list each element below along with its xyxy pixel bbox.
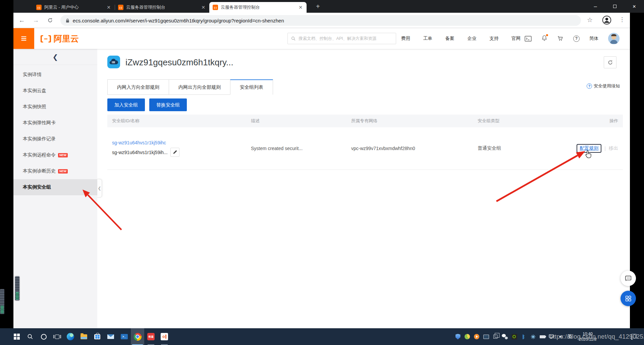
clipboard-stack-icon[interactable]	[492, 334, 498, 340]
language-selector[interactable]: 简体	[589, 36, 598, 42]
csdn-watermark: https://blog.csdn.net/qq_41290252	[549, 333, 644, 340]
question-icon: ?	[587, 83, 592, 89]
terminal-icon[interactable]	[525, 36, 532, 42]
topnav-menu: 费用 工单 备案 企业 支持 官网	[401, 28, 521, 49]
chrome-taskbar-icon[interactable]	[131, 328, 144, 345]
security-group-id-link[interactable]: sg-wz91u64hvs1r1kj59ihc	[112, 140, 251, 145]
browser-tab-3-active[interactable]: (-) 云服务器管理控制台 ✕	[209, 2, 307, 13]
brand-text: 阿里云	[54, 33, 79, 44]
forward-icon[interactable]: →	[30, 15, 42, 26]
browser-menu-icon[interactable]: ⋮	[619, 16, 625, 23]
tab-close-icon[interactable]: ✕	[201, 5, 206, 10]
edge-icon[interactable]	[64, 328, 77, 345]
feedback-chat-button[interactable]	[621, 271, 636, 286]
sidebar-item-operation-log[interactable]: 本实例操作记录	[13, 131, 97, 147]
join-security-group-button[interactable]: 加入安全组	[107, 98, 145, 111]
taskbar-apps: >_ 有道 o	[10, 328, 171, 345]
browser-profile-icon[interactable]	[602, 15, 611, 26]
menu-item-icp[interactable]: 备案	[445, 36, 454, 42]
close-button[interactable]: ✕	[625, 0, 644, 13]
actions-cell: 配置规则 | 移出	[573, 144, 623, 153]
maximize-button[interactable]	[605, 0, 625, 13]
antivirus-shield-icon[interactable]	[455, 334, 461, 340]
music-app-icon[interactable]	[464, 334, 470, 340]
edit-name-button[interactable]	[170, 148, 179, 157]
start-button-icon[interactable]	[10, 328, 23, 345]
bluetooth-icon[interactable]: ᛒ	[521, 334, 527, 340]
sidebar-collapse-icon[interactable]: ❮	[13, 49, 97, 65]
battery-icon[interactable]	[539, 334, 545, 340]
id-name-cell: sg-wz91u64hvs1r1kj59ihc sg-wz91u64hvs1r1…	[107, 140, 251, 157]
menu-item-support[interactable]: 支持	[489, 36, 498, 42]
mail-icon[interactable]	[104, 328, 117, 345]
hamburger-menu-icon[interactable]: ≡	[13, 28, 34, 49]
refresh-button[interactable]	[604, 56, 616, 68]
menu-item-fee[interactable]: 费用	[401, 36, 410, 42]
sidebar-item-security-groups[interactable]: 本实例安全组	[13, 179, 97, 195]
browser-tab-1[interactable]: (-) 阿里云 - 用户中心 ✕	[33, 2, 115, 13]
apps-grid-button[interactable]	[621, 291, 636, 306]
sidebar-resize-handle[interactable]: ❮	[97, 179, 102, 198]
bookmark-star-icon[interactable]: ☆	[587, 16, 593, 24]
search-icon	[291, 36, 296, 41]
replace-security-group-button[interactable]: 替换安全组	[149, 98, 187, 111]
url-bar[interactable]	[60, 15, 581, 26]
sidebar-item-snapshots[interactable]: 本实例快照	[13, 99, 97, 115]
tab-title: 云服务器管理控制台	[126, 4, 198, 10]
tab-close-icon[interactable]: ✕	[298, 5, 303, 10]
snowflake-utility-icon[interactable]	[530, 334, 536, 340]
url-input[interactable]	[73, 18, 576, 23]
cart-icon[interactable]	[557, 36, 564, 42]
minimize-button[interactable]: ─	[586, 0, 605, 13]
action-separator: |	[604, 146, 606, 151]
menu-item-ticket[interactable]: 工单	[423, 36, 432, 42]
action-buttons: 加入安全组 替换安全组	[107, 98, 187, 111]
user-avatar[interactable]	[608, 33, 620, 44]
new-badge: NEW	[58, 169, 68, 174]
configure-rules-link[interactable]: 配置规则	[580, 145, 598, 151]
display-settings-icon[interactable]	[483, 334, 489, 340]
menu-item-official[interactable]: 官网	[512, 36, 521, 42]
file-explorer-icon[interactable]	[77, 328, 91, 345]
tab-outbound-rules[interactable]: 内网出方向全部规则	[169, 79, 230, 95]
sidebar-item-eni[interactable]: 本实例弹性网卡	[13, 115, 97, 131]
video-app-icon[interactable]	[474, 334, 480, 340]
back-icon[interactable]: ←	[16, 15, 28, 26]
console-search[interactable]	[287, 33, 396, 44]
browser-tab-2[interactable]: (-) 云服务器管理控制台 ✕	[115, 2, 209, 13]
security-usage-help-link[interactable]: ? 安全使用须知	[587, 83, 620, 89]
help-icon[interactable]: ?	[573, 36, 580, 42]
header-id-name: 安全组ID/名称	[107, 118, 251, 124]
nvidia-icon[interactable]	[511, 334, 517, 340]
notification-bell-icon[interactable]	[541, 35, 547, 43]
sidebar-item-diagnostic-history[interactable]: 本实例诊断历史NEW	[13, 163, 97, 179]
search-input[interactable]	[299, 36, 392, 41]
remove-link[interactable]: 移出	[609, 145, 618, 151]
sidebar-item-disks[interactable]: 本实例云盘	[13, 83, 97, 99]
microsoft-store-icon[interactable]	[91, 328, 104, 345]
type-cell: 普通安全组	[478, 145, 573, 151]
desktop: (-) 阿里云 - 用户中心 ✕ (-) 云服务器管理控制台 ✕ (-) 云服务…	[0, 0, 644, 345]
cortana-icon[interactable]	[37, 328, 50, 345]
aliyun-favicon-icon: (-)	[118, 5, 123, 10]
tab-inbound-rules[interactable]: 内网入方向全部规则	[107, 79, 169, 95]
browser-window: (-) 阿里云 - 用户中心 ✕ (-) 云服务器管理控制台 ✕ (-) 云服务…	[13, 0, 644, 328]
notification-dot	[546, 34, 548, 36]
pencil-icon	[173, 150, 177, 154]
reload-icon[interactable]	[44, 15, 56, 26]
powershell-icon[interactable]: >_	[117, 328, 131, 345]
header-vpc: 所属专有网络	[351, 118, 478, 124]
task-view-icon[interactable]	[50, 328, 64, 345]
taskbar-search-icon[interactable]	[23, 328, 37, 345]
wechat-icon[interactable]	[502, 334, 508, 340]
menu-item-enterprise[interactable]: 企业	[467, 36, 476, 42]
tab-close-icon[interactable]: ✕	[106, 5, 111, 10]
new-tab-button[interactable]: +	[316, 3, 320, 10]
tab-security-group-list[interactable]: 安全组列表	[230, 79, 273, 95]
sidebar-item-remote-command[interactable]: 本实例远程命令NEW	[13, 147, 97, 163]
sidebar-item-instance-detail[interactable]: 实例详情	[13, 67, 97, 83]
aliyun-logo[interactable]: 阿里云	[40, 33, 79, 44]
table-header: 安全组ID/名称 描述 所属专有网络 安全组类型 操作	[107, 115, 623, 127]
office-app-icon[interactable]: o	[158, 328, 171, 345]
youdao-dict-icon[interactable]: 有道	[144, 328, 158, 345]
